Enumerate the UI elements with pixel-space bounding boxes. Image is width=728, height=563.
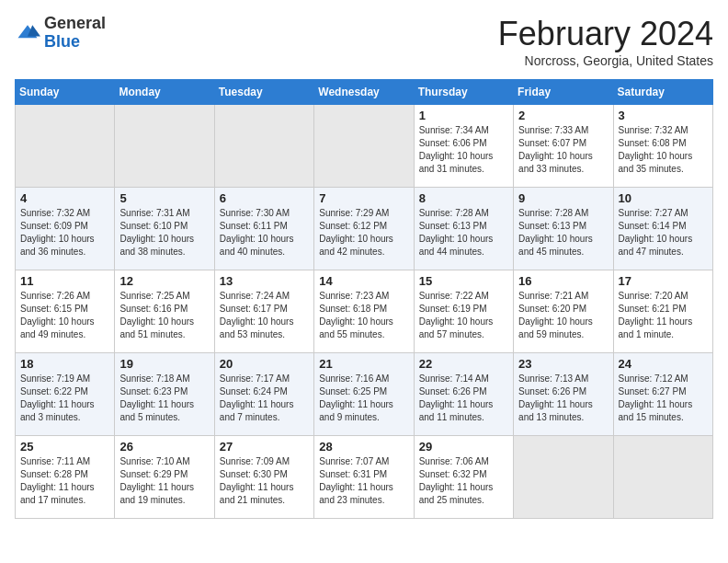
day-info: Sunrise: 7:34 AMSunset: 6:06 PMDaylight:… (419, 124, 508, 176)
day-info: Sunrise: 7:33 AMSunset: 6:07 PMDaylight:… (518, 124, 608, 176)
header-row: SundayMondayTuesdayWednesdayThursdayFrid… (16, 80, 713, 105)
calendar-day-cell: 7Sunrise: 7:29 AMSunset: 6:12 PMDaylight… (314, 188, 414, 270)
day-info: Sunrise: 7:06 AMSunset: 6:32 PMDaylight:… (419, 455, 508, 507)
day-info: Sunrise: 7:10 AMSunset: 6:29 PMDaylight:… (119, 455, 209, 507)
calendar-day-cell: 23Sunrise: 7:13 AMSunset: 6:26 PMDayligh… (514, 353, 613, 436)
day-number: 19 (119, 357, 209, 371)
calendar-day-cell: 27Sunrise: 7:09 AMSunset: 6:30 PMDayligh… (214, 436, 313, 519)
calendar-table: SundayMondayTuesdayWednesdayThursdayFrid… (15, 79, 713, 519)
day-number: 6 (220, 191, 309, 205)
calendar-day-cell: 8Sunrise: 7:28 AMSunset: 6:13 PMDaylight… (414, 188, 513, 270)
day-number: 28 (319, 440, 408, 454)
day-info: Sunrise: 7:20 AMSunset: 6:21 PMDaylight:… (619, 290, 708, 341)
day-number: 20 (220, 357, 309, 371)
day-info: Sunrise: 7:30 AMSunset: 6:11 PMDaylight:… (220, 207, 309, 259)
day-number: 3 (619, 109, 708, 122)
day-number: 4 (20, 191, 109, 205)
day-number: 1 (419, 109, 508, 122)
calendar-week-row: 1Sunrise: 7:34 AMSunset: 6:06 PMDaylight… (16, 105, 713, 188)
day-number: 23 (518, 357, 608, 371)
day-info: Sunrise: 7:13 AMSunset: 6:26 PMDaylight:… (518, 373, 608, 424)
calendar-day-cell: 24Sunrise: 7:12 AMSunset: 6:27 PMDayligh… (613, 353, 712, 436)
day-number: 8 (419, 191, 508, 205)
day-info: Sunrise: 7:26 AMSunset: 6:15 PMDaylight:… (20, 290, 109, 341)
calendar-day-cell: 29Sunrise: 7:06 AMSunset: 6:32 PMDayligh… (414, 436, 513, 519)
calendar-day-cell: 19Sunrise: 7:18 AMSunset: 6:23 PMDayligh… (115, 353, 214, 436)
logo-icon (15, 20, 40, 46)
day-of-week-header: Wednesday (314, 80, 414, 105)
calendar-day-cell: 13Sunrise: 7:24 AMSunset: 6:17 PMDayligh… (214, 270, 313, 353)
day-number: 5 (119, 191, 209, 205)
day-of-week-header: Monday (115, 80, 214, 105)
day-info: Sunrise: 7:09 AMSunset: 6:30 PMDaylight:… (220, 455, 309, 507)
day-number: 15 (419, 274, 508, 288)
day-number: 14 (319, 274, 408, 288)
day-info: Sunrise: 7:21 AMSunset: 6:20 PMDaylight:… (518, 290, 608, 341)
calendar-day-cell: 5Sunrise: 7:31 AMSunset: 6:10 PMDaylight… (115, 188, 214, 270)
calendar-day-cell: 3Sunrise: 7:32 AMSunset: 6:08 PMDaylight… (613, 105, 712, 188)
calendar-day-cell (115, 105, 214, 188)
day-number: 29 (419, 440, 508, 454)
day-info: Sunrise: 7:17 AMSunset: 6:24 PMDaylight:… (220, 373, 309, 424)
day-number: 24 (619, 357, 708, 371)
calendar-day-cell: 22Sunrise: 7:14 AMSunset: 6:26 PMDayligh… (414, 353, 513, 436)
calendar-day-cell: 26Sunrise: 7:10 AMSunset: 6:29 PMDayligh… (115, 436, 214, 519)
day-info: Sunrise: 7:32 AMSunset: 6:08 PMDaylight:… (619, 124, 708, 176)
day-number: 7 (319, 191, 408, 205)
calendar-day-cell: 16Sunrise: 7:21 AMSunset: 6:20 PMDayligh… (514, 270, 613, 353)
day-number: 12 (119, 274, 209, 288)
day-of-week-header: Thursday (414, 80, 513, 105)
day-info: Sunrise: 7:27 AMSunset: 6:14 PMDaylight:… (619, 207, 708, 259)
calendar-day-cell (314, 105, 414, 188)
day-number: 18 (20, 357, 109, 371)
day-info: Sunrise: 7:19 AMSunset: 6:22 PMDaylight:… (20, 373, 109, 424)
calendar-week-row: 18Sunrise: 7:19 AMSunset: 6:22 PMDayligh… (16, 353, 713, 436)
calendar-day-cell (514, 436, 613, 519)
day-number: 27 (220, 440, 309, 454)
day-of-week-header: Tuesday (214, 80, 313, 105)
day-number: 9 (518, 191, 608, 205)
calendar-day-cell: 15Sunrise: 7:22 AMSunset: 6:19 PMDayligh… (414, 270, 513, 353)
day-number: 13 (220, 274, 309, 288)
day-info: Sunrise: 7:11 AMSunset: 6:28 PMDaylight:… (20, 455, 109, 507)
calendar-day-cell: 6Sunrise: 7:30 AMSunset: 6:11 PMDaylight… (214, 188, 313, 270)
day-of-week-header: Saturday (613, 80, 712, 105)
day-info: Sunrise: 7:25 AMSunset: 6:16 PMDaylight:… (119, 290, 209, 341)
calendar-week-row: 11Sunrise: 7:26 AMSunset: 6:15 PMDayligh… (16, 270, 713, 353)
calendar-week-row: 4Sunrise: 7:32 AMSunset: 6:09 PMDaylight… (16, 188, 713, 270)
calendar-day-cell: 14Sunrise: 7:23 AMSunset: 6:18 PMDayligh… (314, 270, 414, 353)
logo: General Blue (15, 15, 106, 52)
calendar-day-cell: 20Sunrise: 7:17 AMSunset: 6:24 PMDayligh… (214, 353, 313, 436)
day-info: Sunrise: 7:23 AMSunset: 6:18 PMDaylight:… (319, 290, 408, 341)
day-number: 22 (419, 357, 508, 371)
calendar-day-cell (16, 105, 115, 188)
day-info: Sunrise: 7:22 AMSunset: 6:19 PMDaylight:… (419, 290, 508, 341)
day-number: 2 (518, 109, 608, 122)
header: General Blue February 2024 Norcross, Geo… (15, 15, 713, 68)
calendar-day-cell (214, 105, 313, 188)
calendar-day-cell: 28Sunrise: 7:07 AMSunset: 6:31 PMDayligh… (314, 436, 414, 519)
day-number: 25 (20, 440, 109, 454)
day-info: Sunrise: 7:16 AMSunset: 6:25 PMDaylight:… (319, 373, 408, 424)
day-info: Sunrise: 7:28 AMSunset: 6:13 PMDaylight:… (518, 207, 608, 259)
month-year: February 2024 (498, 15, 713, 53)
calendar-day-cell: 17Sunrise: 7:20 AMSunset: 6:21 PMDayligh… (613, 270, 712, 353)
logo-text: General Blue (44, 15, 106, 52)
calendar-day-cell: 11Sunrise: 7:26 AMSunset: 6:15 PMDayligh… (16, 270, 115, 353)
calendar-day-cell: 21Sunrise: 7:16 AMSunset: 6:25 PMDayligh… (314, 353, 414, 436)
calendar-day-cell: 12Sunrise: 7:25 AMSunset: 6:16 PMDayligh… (115, 270, 214, 353)
calendar-day-cell: 9Sunrise: 7:28 AMSunset: 6:13 PMDaylight… (514, 188, 613, 270)
calendar-header: SundayMondayTuesdayWednesdayThursdayFrid… (16, 80, 713, 105)
calendar-day-cell: 10Sunrise: 7:27 AMSunset: 6:14 PMDayligh… (613, 188, 712, 270)
day-info: Sunrise: 7:31 AMSunset: 6:10 PMDaylight:… (119, 207, 209, 259)
calendar-week-row: 25Sunrise: 7:11 AMSunset: 6:28 PMDayligh… (16, 436, 713, 519)
location: Norcross, Georgia, United States (498, 53, 713, 68)
day-info: Sunrise: 7:29 AMSunset: 6:12 PMDaylight:… (319, 207, 408, 259)
day-number: 16 (518, 274, 608, 288)
calendar-day-cell: 18Sunrise: 7:19 AMSunset: 6:22 PMDayligh… (16, 353, 115, 436)
day-number: 17 (619, 274, 708, 288)
day-info: Sunrise: 7:28 AMSunset: 6:13 PMDaylight:… (419, 207, 508, 259)
day-info: Sunrise: 7:14 AMSunset: 6:26 PMDaylight:… (419, 373, 508, 424)
calendar-body: 1Sunrise: 7:34 AMSunset: 6:06 PMDaylight… (16, 105, 713, 519)
day-info: Sunrise: 7:12 AMSunset: 6:27 PMDaylight:… (619, 373, 708, 424)
